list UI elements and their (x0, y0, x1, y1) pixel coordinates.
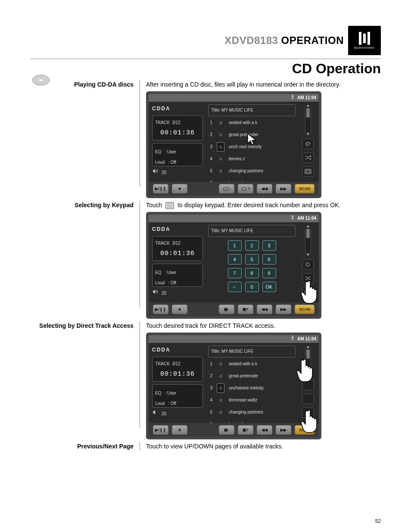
svg-rect-8 (308, 172, 308, 173)
bluetooth-icon (290, 335, 295, 343)
play-pause-button[interactable]: ▶/❙❙ (153, 425, 168, 435)
note-icon: ♫ (217, 383, 224, 393)
keypad-key[interactable]: 6 (262, 254, 276, 264)
track-scrollbar[interactable]: ▲▼ (305, 226, 311, 255)
row-playing-cdda: Playing CD-DA discs After inserting a CD… (30, 80, 381, 198)
keypad-key[interactable]: 1 (228, 240, 242, 251)
next-button[interactable]: ▶▶ (276, 305, 291, 314)
prev-button[interactable]: ◀◀ (257, 184, 272, 193)
note-icon: ♫ (217, 359, 224, 369)
keypad-key-ok[interactable]: OK (262, 282, 276, 292)
row-text: Touch desired track for DIRECT TRACK acc… (146, 321, 381, 330)
repeat-button[interactable] (302, 139, 314, 149)
track-row[interactable]: 1♫sealed with a k (208, 118, 296, 128)
header-word: OPERATION (281, 34, 344, 46)
folder-up-button[interactable]: + (238, 184, 253, 193)
svg-rect-3 (305, 169, 311, 174)
keypad-key[interactable]: 5 (245, 254, 259, 264)
keypad-key[interactable]: 3 (262, 240, 276, 251)
note-icon: ♫ (217, 154, 224, 164)
folder-down-button[interactable]: - (219, 184, 234, 193)
speaker-icon (152, 289, 158, 298)
keypad-toggle-button[interactable] (302, 166, 314, 177)
folder-down-button[interactable]: ▣- (219, 305, 234, 314)
mode-label: CDDA (152, 225, 203, 233)
track-title-bar: Title: MY MUSIC LIFE (208, 104, 296, 116)
track-row[interactable]: 4♫tennes z (208, 154, 296, 164)
doc-header: XDVD8183 OPERATION (224, 34, 344, 47)
device-screen-1: AM 11:04 CDDA TRACK 3/12 00:01:36 EQ: Us… (146, 91, 321, 198)
note-icon: ♫ (217, 408, 224, 417)
stop-button[interactable]: ■ (172, 425, 187, 435)
folder-down-button[interactable]: ▣- (219, 425, 234, 435)
elapsed-time: 00:01:36 (155, 129, 200, 137)
clock-text: AM 11:04 (297, 93, 316, 102)
bluetooth-icon (290, 214, 295, 223)
row-label: Selecting by Direct Track Access (30, 321, 140, 428)
keypad-key[interactable]: 2 (245, 240, 259, 251)
prev-button[interactable]: ◀◀ (257, 305, 272, 314)
track-row[interactable]: 4♫tennesse waltz (208, 395, 296, 405)
bluetooth-icon (290, 93, 295, 102)
stop-button[interactable]: ■ (172, 305, 187, 314)
row-label: Selecting by Keypad (30, 201, 140, 308)
svg-rect-6 (309, 170, 310, 171)
svg-point-1 (39, 79, 43, 81)
clock-text: AM 11:04 (297, 214, 316, 223)
track-row[interactable]: 5♫changing partners (208, 408, 296, 417)
svg-rect-4 (306, 170, 307, 171)
svg-rect-5 (308, 170, 308, 171)
folder-up-button[interactable]: ▣+ (238, 305, 253, 314)
keypad-key[interactable]: 7 (228, 268, 242, 278)
keypad-inline-icon (165, 202, 174, 209)
track-scrollbar[interactable]: ▲▼ (305, 105, 311, 134)
row-label: Previous/Next Page (30, 442, 140, 451)
row-text: Touch to view UP/DOWN pages of available… (140, 442, 381, 451)
clock-text: AM 11:04 (297, 335, 316, 343)
shuffle-button[interactable] (302, 152, 314, 163)
row-text: After inserting a CD disc, files will pl… (146, 80, 381, 89)
model-code: XDVD8183 (224, 34, 278, 46)
note-icon: ♫ (217, 130, 224, 140)
keypad-grid: 1 2 3 4 5 6 7 8 9 ← 0 OK (208, 240, 296, 292)
svg-rect-9 (309, 172, 310, 173)
folder-up-button[interactable]: ▣+ (238, 425, 253, 435)
row-label: Playing CD-DA discs (30, 80, 140, 187)
device-screen-2: AM 11:04 CDDA TRACK 3/12 00:01:36 EQ: Us… (146, 212, 321, 319)
section-title: CD Operation (30, 61, 381, 77)
track-row[interactable]: 2♫great pretender (208, 371, 296, 381)
keypad-key[interactable]: 9 (262, 268, 276, 278)
scan-button[interactable]: SCAN (295, 184, 314, 193)
track-row[interactable]: 5♫changing partners (208, 166, 296, 176)
track-row[interactable]: 3♫unchained melody (208, 383, 296, 393)
scan-button[interactable]: SCAN (295, 305, 314, 314)
note-icon: ♫ (217, 142, 224, 152)
volume-value: 20 (162, 168, 166, 177)
keypad-key[interactable]: 4 (228, 254, 242, 264)
track-row[interactable]: 1♫sealed with a k (208, 359, 296, 369)
row-text: Touch to display keypad. Enter desired t… (146, 201, 381, 209)
note-icon: ♫ (217, 166, 224, 176)
keypad-key-back[interactable]: ← (228, 282, 242, 292)
next-button[interactable]: ▶▶ (276, 425, 291, 435)
note-icon: ♫ (217, 118, 224, 128)
brand-logo: audio•video (348, 26, 381, 55)
keypad-key[interactable]: 0 (245, 282, 259, 292)
play-pause-button[interactable]: ▶/❙❙ (153, 184, 168, 193)
next-button[interactable]: ▶▶ (276, 184, 291, 193)
note-icon: ♫ (217, 371, 224, 381)
play-pause-button[interactable]: ▶/❙❙ (153, 305, 168, 314)
svg-rect-7 (306, 172, 307, 173)
stop-button[interactable]: ■ (172, 184, 187, 193)
mode-label: CDDA (152, 104, 203, 113)
prev-button[interactable]: ◀◀ (257, 425, 272, 435)
touch-hand-icon (295, 357, 317, 383)
repeat-button[interactable] (302, 259, 314, 270)
row-selecting-keypad: Selecting by Keypad Touch to display key… (30, 201, 381, 319)
note-icon: ♫ (217, 395, 224, 405)
page-number: 52 (375, 518, 381, 524)
row-prev-next: Previous/Next Page Touch to view UP/DOWN… (30, 442, 381, 451)
keypad-key[interactable]: 8 (245, 268, 259, 278)
speaker-icon (152, 409, 158, 418)
shuffle-button[interactable] (302, 394, 314, 404)
